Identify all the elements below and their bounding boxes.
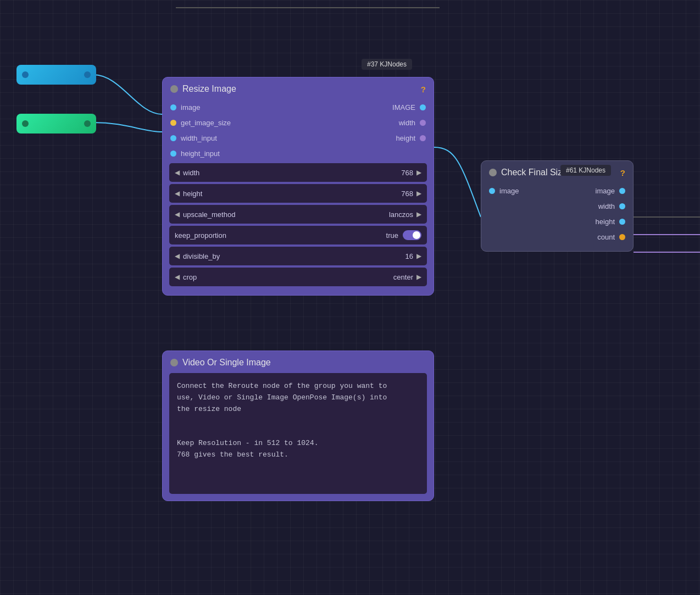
port-row-get-image-size: get_image_size width: [163, 115, 434, 130]
slider-height-value: 768: [401, 190, 413, 198]
slider-height[interactable]: ◀ height 768 ▶: [169, 184, 427, 203]
node-tag-37: #37 KJNodes: [362, 59, 412, 70]
port-image-right-label: IMAGE: [392, 103, 415, 112]
check-port-width-right[interactable]: [619, 203, 625, 209]
toggle-keep-proportion-label: keep_proportion: [175, 231, 386, 240]
slider-divisible-label: divisible_by: [183, 252, 405, 260]
slider-width[interactable]: ◀ width 768 ▶: [169, 163, 427, 182]
port-image-right[interactable]: [420, 104, 426, 110]
slider-crop-value: center: [393, 273, 413, 281]
port-row-width-input: width_input height: [163, 130, 434, 146]
slider-height-right-arrow[interactable]: ▶: [416, 190, 421, 197]
slider-width-label: width: [183, 169, 401, 177]
green-pill-right-port: [84, 120, 91, 127]
slider-divisible-value: 16: [405, 252, 413, 260]
port-width-input-label: width_input: [181, 134, 396, 142]
green-pill-left-port: [22, 120, 29, 127]
video-node-title: Video Or Single Image: [182, 358, 426, 368]
check-port-height-right[interactable]: [619, 219, 625, 225]
slider-width-right-arrow[interactable]: ▶: [416, 169, 421, 176]
slider-crop[interactable]: ◀ crop center ▶: [169, 268, 427, 286]
toggle-keep-proportion[interactable]: keep_proportion true: [169, 226, 427, 244]
resize-image-node: Resize Image ? image IMAGE get_image_siz…: [162, 77, 434, 296]
check-port-count-right[interactable]: [619, 234, 625, 240]
slider-divisible-by[interactable]: ◀ divisible_by 16 ▶: [169, 247, 427, 265]
port-width-right-label: width: [399, 119, 415, 127]
slider-width-value: 768: [401, 169, 413, 177]
check-node-status: [489, 169, 497, 176]
resize-node-help[interactable]: ?: [421, 85, 426, 94]
port-get-image-size-left[interactable]: [170, 120, 176, 126]
toggle-keep-proportion-switch[interactable]: [403, 230, 421, 240]
slider-width-left-arrow[interactable]: ◀: [175, 169, 180, 176]
port-height-right-label: height: [396, 134, 415, 142]
check-port-width-label: width: [598, 202, 615, 210]
check-port-image-label: image: [499, 187, 596, 195]
check-port-row-width: width: [481, 198, 633, 214]
check-port-row-image: image image: [481, 183, 633, 198]
port-get-image-size-label: get_image_size: [181, 119, 399, 127]
check-port-image-right-label: image: [596, 187, 615, 195]
port-row-image: image IMAGE: [163, 99, 434, 115]
check-port-image-right[interactable]: [619, 188, 625, 194]
slider-divisible-right-arrow[interactable]: ▶: [416, 252, 421, 260]
video-node-status: [170, 359, 178, 366]
slider-upscale-left-arrow[interactable]: ◀: [175, 210, 180, 218]
slider-upscale-right-arrow[interactable]: ▶: [416, 210, 421, 218]
port-height-right[interactable]: [420, 135, 426, 141]
node-tag-61: #61 KJNodes: [560, 165, 611, 176]
toggle-keep-proportion-value: true: [386, 231, 398, 240]
cyan-pill-right-port: [84, 71, 91, 78]
video-single-image-node: Video Or Single Image Connect the Rerout…: [162, 351, 434, 501]
slider-height-label: height: [183, 190, 401, 198]
check-node-help[interactable]: ?: [620, 168, 625, 177]
check-port-image-left[interactable]: [489, 188, 495, 194]
video-node-note: Connect the Reroute node of the group yo…: [169, 373, 427, 494]
port-image-label: image: [181, 103, 392, 112]
slider-divisible-left-arrow[interactable]: ◀: [175, 252, 180, 260]
port-width-input-left[interactable]: [170, 135, 176, 141]
slider-crop-left-arrow[interactable]: ◀: [175, 273, 180, 281]
check-port-height-label: height: [596, 218, 615, 226]
slider-crop-label: crop: [183, 273, 393, 281]
slider-height-left-arrow[interactable]: ◀: [175, 190, 180, 197]
check-port-row-count: count: [481, 229, 633, 244]
port-row-height-input: height_input: [163, 146, 434, 161]
slider-upscale-label: upscale_method: [183, 210, 389, 219]
slider-upscale-method[interactable]: ◀ upscale_method lanczos ▶: [169, 205, 427, 224]
check-port-row-height: height: [481, 214, 633, 229]
slider-upscale-value: lanczos: [389, 210, 413, 219]
check-port-count-label: count: [597, 233, 615, 241]
resize-node-title: Resize Image: [182, 84, 416, 94]
cyan-pill-left-port: [22, 71, 29, 78]
port-height-input-label: height_input: [181, 149, 426, 158]
resize-node-status: [170, 85, 178, 93]
port-height-input-left[interactable]: [170, 151, 176, 157]
cyan-pill-node[interactable]: [16, 65, 96, 85]
port-image-left[interactable]: [170, 104, 176, 110]
slider-crop-right-arrow[interactable]: ▶: [416, 273, 421, 281]
green-pill-node[interactable]: [16, 114, 96, 134]
port-width-right[interactable]: [420, 120, 426, 126]
